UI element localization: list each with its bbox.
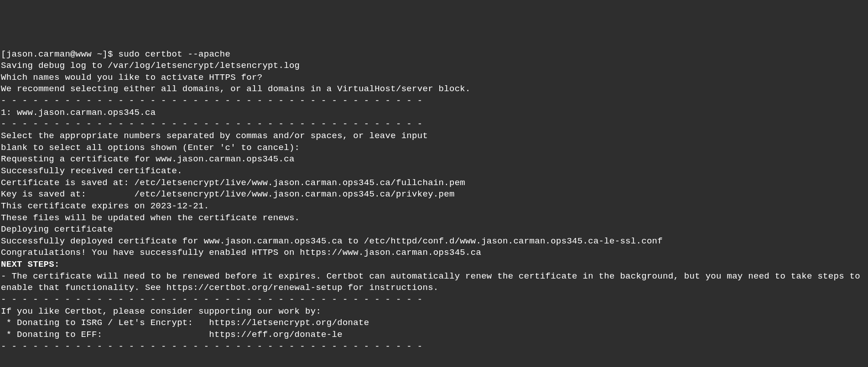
output-line: blank to select all options shown (Enter… — [1, 142, 867, 154]
output-line: Select the appropriate numbers separated… — [1, 130, 867, 142]
prompt-line: [jason.carman@www ~]$ sudo certbot --apa… — [1, 49, 867, 61]
output-line: We recommend selecting either all domain… — [1, 83, 867, 95]
output-line: Congratulations! You have successfully e… — [1, 247, 867, 259]
output-line: - - - - - - - - - - - - - - - - - - - - … — [1, 95, 867, 107]
shell-prompt: [jason.carman@www ~]$ — [1, 49, 118, 59]
output-line: If you like Certbot, please consider sup… — [1, 306, 867, 318]
output-line: 1: www.jason.carman.ops345.ca — [1, 107, 867, 119]
output-line: These files will be updated when the cer… — [1, 212, 867, 224]
output-line: Successfully deployed certificate for ww… — [1, 236, 867, 248]
command-text: sudo certbot --apache — [118, 49, 230, 59]
output-line: Deploying certificate — [1, 224, 867, 236]
output-line: Saving debug log to /var/log/letsencrypt… — [1, 60, 867, 72]
output-line: * Donating to ISRG / Let's Encrypt: http… — [1, 317, 867, 329]
output-line: Certificate is saved at: /etc/letsencryp… — [1, 177, 867, 189]
output-line: This certificate expires on 2023-12-21. — [1, 201, 867, 212]
output-line: Successfully received certificate. — [1, 165, 867, 177]
output-line: Key is saved at: /etc/letsencrypt/live/w… — [1, 189, 867, 201]
output-line: Requesting a certificate for www.jason.c… — [1, 154, 867, 165]
next-steps-header: NEXT STEPS: — [1, 259, 867, 271]
output-line: - - - - - - - - - - - - - - - - - - - - … — [1, 341, 867, 353]
terminal-output[interactable]: [jason.carman@www ~]$ sudo certbot --apa… — [1, 49, 867, 353]
output-line: Which names would you like to activate H… — [1, 72, 867, 84]
output-line: - - - - - - - - - - - - - - - - - - - - … — [1, 119, 867, 130]
output-line: - - - - - - - - - - - - - - - - - - - - … — [1, 294, 867, 306]
output-line: - The certificate will need to be renewe… — [1, 271, 867, 294]
output-line: * Donating to EFF: https://eff.org/donat… — [1, 329, 867, 341]
